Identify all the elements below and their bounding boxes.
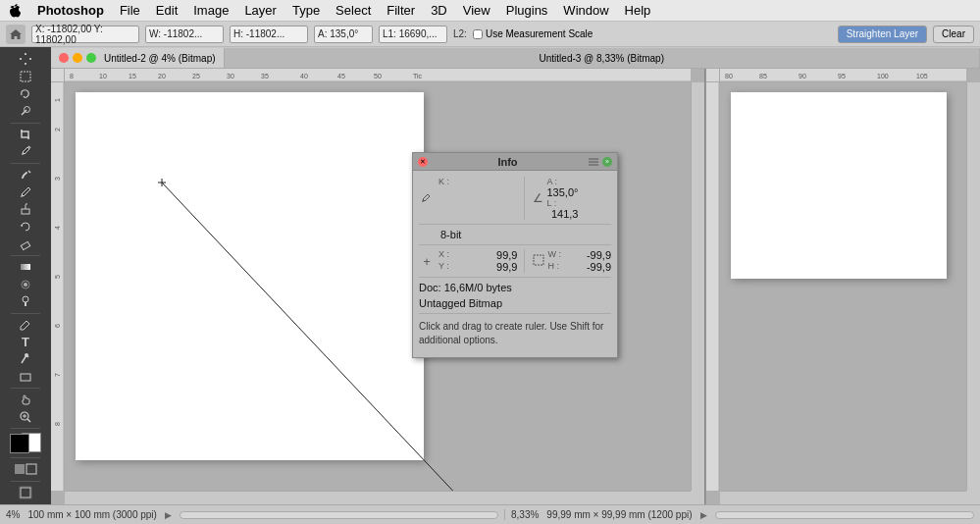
tabs-bar: Untitled-2 @ 4% (Bitmap) Untitled-3 @ 8,… [51,47,980,69]
tool-eyedropper[interactable] [13,143,38,160]
svg-line-18 [27,419,30,422]
tab-untitled-3[interactable]: Untitled-3 @ 8,33% (Bitmap) [225,48,980,68]
svg-text:50: 50 [374,73,382,79]
tool-quick-mask[interactable] [13,461,38,478]
tool-pen[interactable] [13,316,38,333]
w-value: -99,9 [587,249,611,261]
menu-plugins[interactable]: Plugins [498,0,556,22]
svg-line-7 [28,171,30,173]
tool-gradient[interactable] [13,259,38,276]
tab-untitled-2[interactable]: Untitled-2 @ 4% (Bitmap) [51,48,225,68]
tool-marquee[interactable] [13,69,38,85]
width-input: W: -11802... [145,26,224,43]
scrollbar-bottom-left[interactable] [180,511,498,519]
menu-layer[interactable]: Layer [236,0,284,22]
menu-type[interactable]: Type [284,0,328,22]
foreground-color-swatch[interactable] [10,434,29,453]
tab-zoom-btn[interactable] [86,53,96,63]
svg-text:35: 35 [261,73,269,79]
menu-view[interactable]: View [455,0,498,22]
straighten-layer-button[interactable]: Straighten Layer [838,26,927,43]
menu-3d[interactable]: 3D [423,0,455,22]
menu-file[interactable]: File [112,0,148,22]
menu-window[interactable]: Window [555,0,616,22]
tool-crop[interactable] [13,126,38,142]
svg-rect-24 [20,487,31,498]
tool-path-select[interactable] [13,351,38,368]
tool-history-brush[interactable] [13,219,38,236]
tool-blur[interactable] [13,276,38,292]
angle-icon: ∠ [533,191,543,205]
h-label: H : [548,261,560,273]
coords-input: X: -11802,00 Y: 11802,00 [31,26,139,43]
tool-shape[interactable] [13,368,38,385]
info-row-ka: K : ∠ A : 135,0° L : 141,3 [413,175,617,222]
crosshair-info-icon: + [419,253,435,269]
scrollbar-vertical-left[interactable] [691,82,704,491]
ruler-horizontal-right: 80 85 90 95 100 105 [720,69,966,82]
menu-help[interactable]: Help [617,0,659,22]
scrollbar-horizontal-left[interactable] [65,491,691,504]
color-swatches[interactable] [10,434,41,452]
svg-text:8: 8 [54,422,61,426]
wh-icon [533,254,544,268]
svg-rect-21 [15,464,25,474]
k-label: K : [438,177,518,186]
document-size-left: 100 mm × 100 mm (3000 ppi) [27,509,156,520]
info-doc-size: Doc: 16,6M/0 bytes [413,280,617,295]
home-icon[interactable] [6,25,26,44]
svg-text:95: 95 [838,73,846,79]
svg-rect-23 [21,488,30,498]
status-arrow-left[interactable]: ▶ [165,510,172,520]
info-panel-titlebar[interactable]: ✕ Info » [413,153,617,171]
tool-magic-wand[interactable] [13,103,38,120]
scrollbar-bottom-right[interactable] [715,511,975,519]
svg-text:40: 40 [300,73,308,79]
clear-button[interactable]: Clear [933,26,974,43]
info-panel-title: Info [497,156,517,168]
info-panel-menu[interactable] [588,156,599,168]
scrollbar-vertical-right[interactable] [966,82,980,491]
svg-rect-22 [26,464,36,474]
info-row-xy: + X :99,9 Y :99,9 W :-99,9 H :-99,9 [413,247,617,275]
menu-edit[interactable]: Edit [148,0,185,22]
info-panel-close[interactable]: ✕ [418,157,428,167]
ruler-vertical-left: 1 2 3 4 5 6 7 8 [51,82,65,491]
menu-image[interactable]: Image [185,0,236,22]
tool-eraser[interactable] [13,236,38,252]
angle-input: A: 135,0° [314,26,373,43]
status-arrow-right[interactable]: ▶ [700,510,707,520]
menu-filter[interactable]: Filter [379,0,423,22]
svg-point-15 [25,353,28,357]
apple-menu[interactable] [0,0,29,22]
svg-text:25: 25 [192,73,200,79]
l2-label: L2: [453,28,467,39]
toolbar: T [0,47,51,504]
scroll-corner-right [966,491,980,504]
tool-dodge[interactable] [13,293,38,310]
menu-select[interactable]: Select [328,0,379,22]
tool-separator-2 [11,163,40,164]
tool-lasso[interactable] [13,85,38,102]
w-label: W : [548,249,562,261]
tool-spot-heal[interactable] [13,167,38,183]
status-bar-right: 8,33% 99,99 mm × 99,99 mm (1200 ppi) ▶ [505,509,980,520]
measurement-scale-checkbox[interactable]: Use Measurement Scale [473,28,593,39]
angle-label: A : [547,177,579,186]
tab-minimize-btn[interactable] [73,53,82,63]
tab-close-btn[interactable] [59,53,69,63]
scrollbar-horizontal-right[interactable] [720,491,966,504]
tool-move[interactable] [13,51,38,68]
svg-rect-62 [534,255,543,265]
tool-zoom[interactable] [13,409,38,426]
tool-clone-stamp[interactable] [13,201,38,218]
statusbar: 4% 100 mm × 100 mm (3000 ppi) ▶ 8,33% 99… [0,504,980,524]
info-panel-expand[interactable]: » [602,157,612,167]
app-name[interactable]: Photoshop [29,0,112,22]
tool-brush[interactable] [13,183,38,200]
tool-screen-mode[interactable] [13,484,38,500]
svg-text:100: 100 [877,73,889,79]
tool-hand[interactable] [13,392,38,408]
tool-type[interactable]: T [13,334,38,350]
svg-text:85: 85 [759,73,767,79]
